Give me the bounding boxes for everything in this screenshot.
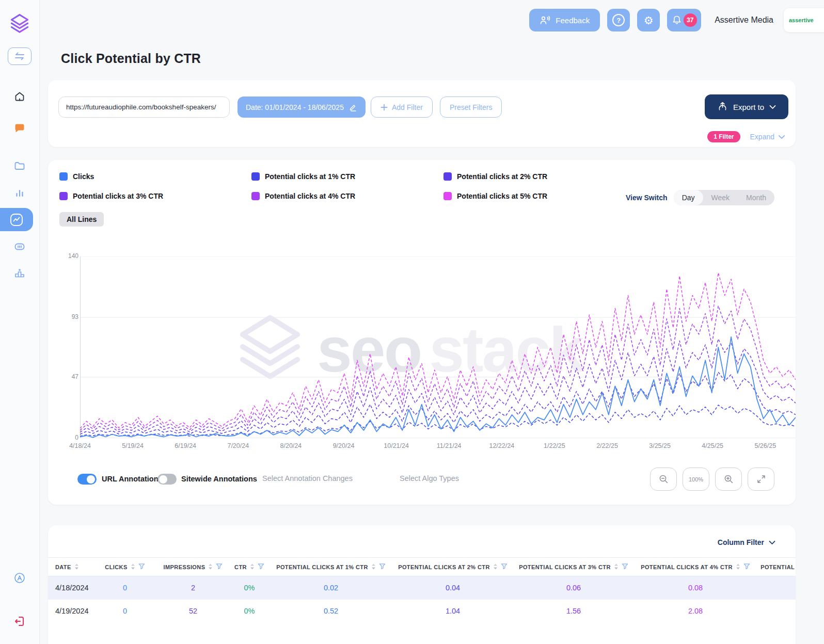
sort-icon[interactable] — [736, 564, 740, 571]
filter-funnel-icon[interactable] — [379, 563, 386, 571]
zoom-level-value: 100% — [689, 476, 703, 482]
column-header-3[interactable]: CTR — [230, 558, 269, 576]
column-header-label: POTENTIAL CLICKS AT 2% CTR — [398, 564, 490, 570]
sliders-icon — [13, 240, 26, 253]
sort-icon[interactable] — [371, 564, 376, 571]
magnifier-plus-icon — [724, 474, 734, 484]
sidebar-item-line-chart-active[interactable] — [0, 208, 33, 231]
filter-meta-row: 1 Filter Expand — [707, 131, 788, 142]
chat-bubble-icon — [13, 123, 26, 134]
main-content: Feedback ? ⚙ 37 Assertive Media assertiv… — [40, 0, 824, 644]
column-header-label: POTENTIAL CLICKS AT 3% CTR — [519, 564, 611, 570]
view-switch-option-week[interactable]: Week — [703, 190, 738, 205]
cell: 2 — [156, 576, 230, 600]
zoom-level-button[interactable]: 100% — [683, 468, 709, 491]
home-icon — [13, 90, 26, 103]
metrics-table: DATECLICKSIMPRESSIONSCTRPOTENTIAL CLICKS… — [48, 557, 796, 623]
chart-legend: ClicksPotential clicks at 1% CTRPotentia… — [59, 172, 636, 200]
column-header-0[interactable]: DATE — [48, 558, 93, 576]
data-table-card: Column Filter DATECLICKSIMPRESSIONSCTRPO… — [48, 525, 796, 644]
column-header-2[interactable]: IMPRESSIONS — [156, 558, 230, 576]
preset-filters-label: Preset Filters — [450, 103, 492, 111]
y-tick-label: 0 — [75, 434, 78, 441]
sitewide-annotations-toggle[interactable] — [157, 474, 177, 485]
select-annotation-changes-dropdown[interactable]: Select Annotation Changes — [259, 474, 356, 483]
column-header-1[interactable]: CLICKS — [93, 558, 156, 576]
cell — [756, 600, 796, 623]
sidebar — [0, 0, 40, 644]
chart-plot-area[interactable] — [80, 256, 796, 438]
date-range-button[interactable]: Date: 01/01/2024 - 18/06/2025 — [237, 96, 366, 118]
legend-item-0[interactable]: Clicks — [59, 172, 251, 181]
fullscreen-button[interactable] — [748, 468, 774, 491]
filter-funnel-icon[interactable] — [216, 563, 223, 571]
select-algo-types-dropdown[interactable]: Select Algo Types — [397, 474, 462, 483]
add-filter-button[interactable]: Add Filter — [371, 96, 433, 118]
x-tick-label: 3/25/25 — [649, 442, 671, 449]
sort-icon[interactable] — [614, 564, 619, 571]
export-icon — [717, 102, 728, 112]
cell: 0% — [230, 600, 269, 623]
table-row-4/18/2024: 4/18/2024020%0.020.040.060.08 — [48, 576, 796, 600]
column-header-label: CLICKS — [105, 564, 127, 570]
url-annotations-toggle[interactable] — [77, 474, 97, 485]
filter-funnel-icon[interactable] — [258, 563, 264, 571]
cell: 0.04 — [393, 576, 513, 600]
sidebar-item-leaderboard[interactable] — [13, 267, 26, 279]
sidebar-collapse-button[interactable] — [8, 47, 31, 65]
x-tick-label: 12/22/24 — [489, 442, 514, 449]
cell: 4/19/2024 — [48, 600, 93, 623]
view-switch-option-month[interactable]: Month — [738, 190, 774, 205]
assistant-a-icon — [13, 572, 26, 584]
zoom-in-button[interactable] — [715, 468, 742, 491]
feedback-button[interactable]: Feedback — [529, 9, 600, 31]
x-tick-label: 2/22/25 — [596, 442, 618, 449]
zoom-out-button[interactable] — [650, 468, 677, 491]
sidebar-item-sliders[interactable] — [13, 240, 26, 253]
help-button[interactable]: ? — [607, 9, 630, 31]
column-header-5[interactable]: POTENTIAL CLICKS AT 2% CTR — [393, 558, 513, 576]
legend-item-3[interactable]: Potential clicks at 3% CTR — [59, 192, 251, 200]
column-header-label: POTENTIAL CLICKS AT 4% CTR — [641, 564, 733, 570]
sidebar-item-assistant[interactable] — [13, 572, 26, 584]
settings-button[interactable]: ⚙ — [637, 9, 660, 31]
notifications-button[interactable]: 37 — [667, 9, 701, 31]
legend-item-2[interactable]: Potential clicks at 2% CTR — [443, 172, 636, 181]
sort-icon[interactable] — [131, 564, 135, 571]
filter-funnel-icon[interactable] — [501, 563, 508, 571]
all-lines-button[interactable]: All Lines — [59, 212, 104, 227]
column-filter-button[interactable]: Column Filter — [715, 538, 779, 547]
preset-filters-button[interactable]: Preset Filters — [440, 96, 502, 118]
column-header-8[interactable]: POTENTIAL CLICKS AT 5% CTR — [756, 558, 796, 576]
legend-swatch — [59, 192, 68, 200]
legend-item-5[interactable]: Potential clicks at 5% CTR — [443, 192, 636, 200]
filter-funnel-icon[interactable] — [622, 563, 628, 571]
sort-icon[interactable] — [250, 564, 255, 571]
sidebar-item-folder[interactable] — [13, 160, 26, 172]
legend-item-4[interactable]: Potential clicks at 4% CTR — [251, 192, 443, 200]
sidebar-item-home[interactable] — [13, 90, 26, 103]
view-switch-option-day[interactable]: Day — [674, 190, 703, 205]
series-potential-clicks-at-1-ctr — [80, 405, 796, 436]
column-header-4[interactable]: POTENTIAL CLICKS AT 1% CTR — [269, 558, 393, 576]
legend-label: Potential clicks at 3% CTR — [73, 192, 163, 200]
legend-swatch — [443, 172, 452, 181]
table-row-4/19/2024: 4/19/20240520%0.521.041.562.08 — [48, 600, 796, 623]
fullscreen-icon — [757, 475, 766, 484]
sort-icon[interactable] — [74, 564, 79, 571]
column-header-7[interactable]: POTENTIAL CLICKS AT 4% CTR — [635, 558, 756, 576]
export-button[interactable]: Export to — [705, 94, 788, 119]
x-tick-label: 4/18/24 — [69, 442, 91, 449]
sidebar-item-logout[interactable] — [13, 615, 26, 627]
filter-funnel-icon[interactable] — [743, 563, 750, 571]
legend-item-1[interactable]: Potential clicks at 1% CTR — [251, 172, 443, 181]
sort-icon[interactable] — [208, 564, 213, 571]
column-header-6[interactable]: POTENTIAL CLICKS AT 3% CTR — [513, 558, 635, 576]
filter-funnel-icon[interactable] — [138, 563, 145, 571]
url-filter-input[interactable] — [58, 96, 230, 118]
sort-icon[interactable] — [493, 564, 498, 571]
help-icon: ? — [612, 14, 625, 26]
sidebar-item-bar-chart[interactable] — [13, 187, 26, 199]
expand-filters-button[interactable]: Expand — [747, 132, 788, 141]
sidebar-item-chat[interactable] — [13, 123, 26, 134]
